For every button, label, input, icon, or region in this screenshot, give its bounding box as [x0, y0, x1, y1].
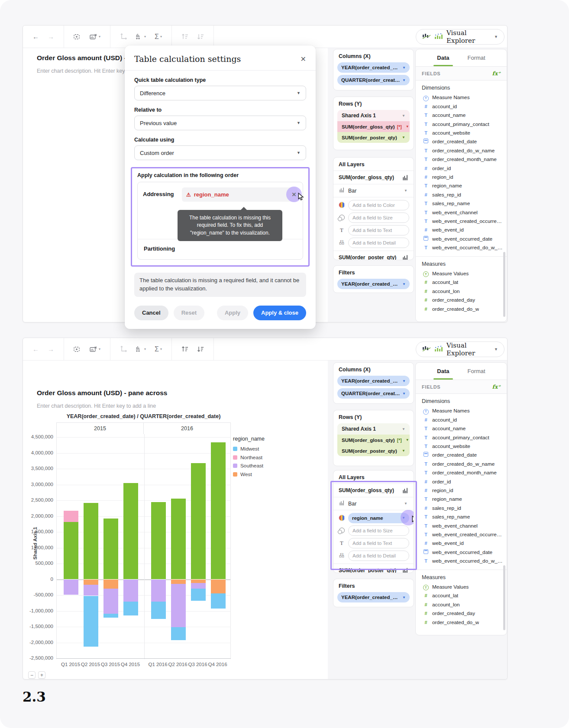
bar-segment[interactable]: [191, 589, 206, 601]
bar-segment[interactable]: [64, 580, 78, 595]
field-item[interactable]: #region_id: [416, 173, 507, 181]
field-item[interactable]: #order_id: [416, 164, 507, 173]
field-item[interactable]: Torder_created_do_w_name: [416, 460, 507, 468]
field-item[interactable]: Tweb_event_channel: [416, 208, 507, 217]
history-back-icon[interactable]: ←: [32, 33, 39, 40]
reset-button[interactable]: Reset: [174, 306, 204, 320]
bar-segment[interactable]: [191, 580, 206, 583]
bar-segment[interactable]: [123, 580, 138, 602]
field-item[interactable]: Torder_created_month_name: [416, 155, 507, 164]
bar-segment[interactable]: [64, 522, 78, 580]
visual-explorer-menu[interactable]: Visual Explorer ▼: [416, 29, 504, 45]
field-item[interactable]: TMeasure Names: [416, 93, 507, 102]
legend-item[interactable]: West: [233, 471, 289, 477]
field-item[interactable]: #sales_rep_id: [416, 504, 507, 512]
shelf-pill[interactable]: YEAR(order_created_date)▼: [337, 62, 410, 73]
bar-segment[interactable]: [123, 483, 138, 580]
field-item[interactable]: Torder_created_month_name: [416, 468, 507, 477]
bar-segment[interactable]: [84, 585, 98, 596]
field-item[interactable]: #account_lat: [416, 278, 507, 287]
field-item[interactable]: #order_created_day: [416, 609, 507, 618]
shelf-pill[interactable]: YEAR(order_created_date)▼: [337, 376, 410, 386]
addressing-field-chip[interactable]: ⚠ region_name ✕: [182, 187, 297, 202]
bar-segment[interactable]: [103, 580, 118, 589]
cancel-button[interactable]: Cancel: [134, 306, 168, 320]
zoom-out-button[interactable]: −: [28, 671, 36, 679]
field-item[interactable]: Tweb_event_occurred_do_w_na...: [416, 557, 507, 565]
axis-settings-icon[interactable]: ▾: [136, 33, 146, 40]
bar-segment[interactable]: [171, 627, 186, 641]
bar-segment[interactable]: [211, 593, 226, 609]
layer-poster-row[interactable]: SUM(order_poster_qty): [333, 251, 414, 260]
quick-type-select[interactable]: Difference▼: [134, 86, 306, 100]
field-item[interactable]: #order_created_day: [416, 296, 507, 304]
visual-explorer-menu[interactable]: Visual Explorer ▼: [416, 341, 504, 357]
bar-segment[interactable]: [211, 442, 226, 579]
encoding-drop-target[interactable]: Add a field to Size: [348, 213, 409, 223]
field-item[interactable]: TMeasure Names: [416, 406, 507, 416]
bar-segment[interactable]: [151, 602, 166, 619]
legend-item[interactable]: Midwest: [233, 446, 289, 452]
field-item[interactable]: Torder_created_do_w_name: [416, 146, 507, 155]
shared-axis-header[interactable]: Shared Axis 1▼: [337, 423, 410, 435]
layer-poster-row[interactable]: SUM(order_poster_qty): [333, 564, 414, 573]
bar-segment[interactable]: [103, 519, 118, 579]
field-item[interactable]: TMeasure Values: [416, 583, 507, 592]
bar-segment[interactable]: [84, 503, 98, 580]
field-item[interactable]: Tregion_name: [416, 181, 507, 190]
bar-segment[interactable]: [151, 502, 166, 580]
field-item[interactable]: Taccount_website: [416, 442, 507, 451]
bar-segment[interactable]: [84, 580, 98, 585]
relative-to-select[interactable]: Previous value▼: [134, 116, 306, 130]
field-item[interactable]: Tweb_event_channel: [416, 522, 507, 530]
field-item[interactable]: Tregion_name: [416, 495, 507, 503]
field-item[interactable]: #account_id: [416, 416, 507, 424]
bar-segment[interactable]: [84, 596, 98, 647]
field-item[interactable]: Tweb_event_occurred_do_w_na...: [416, 243, 507, 252]
shared-axis-header[interactable]: Shared Axis 1▼: [337, 110, 410, 121]
field-item[interactable]: Taccount_primary_contact: [416, 120, 507, 129]
field-item[interactable]: #web_event_id: [416, 225, 507, 234]
field-item[interactable]: Taccount_primary_contact: [416, 433, 507, 442]
bar-segment[interactable]: [103, 589, 118, 614]
field-item[interactable]: Taccount_name: [416, 111, 507, 119]
plot-area[interactable]: [56, 434, 231, 659]
field-item[interactable]: #account_lat: [416, 591, 507, 600]
field-item[interactable]: order_created_date: [416, 137, 507, 146]
scrollbar-thumb[interactable]: [503, 565, 505, 630]
field-item[interactable]: TMeasure Values: [416, 269, 507, 278]
legend-item[interactable]: Northeast: [233, 454, 289, 461]
layer-type-select[interactable]: Bar▼: [333, 497, 414, 510]
bar-segment[interactable]: [171, 580, 186, 584]
history-forward-icon[interactable]: →: [48, 33, 54, 40]
bar-segment[interactable]: [64, 511, 78, 522]
field-item[interactable]: Tsales_rep_name: [416, 512, 507, 521]
field-item[interactable]: #order_id: [416, 477, 507, 486]
field-item[interactable]: web_event_occurred_date: [416, 548, 507, 557]
filter-pill[interactable]: YEAR(order_created_date)▼: [337, 279, 410, 289]
field-item[interactable]: web_event_occurred_date: [416, 235, 507, 243]
add-formula-icon[interactable]: fx⁺: [492, 70, 501, 77]
field-item[interactable]: Taccount_website: [416, 129, 507, 137]
filter-pill[interactable]: YEAR(order_created_date)▼: [337, 592, 410, 602]
tab-data[interactable]: Data: [437, 363, 449, 380]
field-item[interactable]: Taccount_name: [416, 424, 507, 433]
field-item[interactable]: #order_created_do_w: [416, 305, 507, 313]
bar-segment[interactable]: [191, 583, 206, 589]
shelf-pill[interactable]: QUARTER(order_created_...▼: [337, 388, 410, 399]
layer-type-select[interactable]: Bar▼: [333, 184, 414, 197]
encoding-drop-target[interactable]: Add a field to Text: [348, 225, 409, 235]
field-item[interactable]: #account_lon: [416, 287, 507, 296]
bar-chart[interactable]: YEAR(order_created_date) / QUARTER(order…: [23, 338, 328, 679]
field-item[interactable]: Tweb_event_created_occurred...: [416, 217, 507, 225]
add-child-element-icon[interactable]: [74, 33, 81, 40]
field-item[interactable]: Tweb_event_created_occurred...: [416, 530, 507, 539]
sort-descending-icon[interactable]: [197, 33, 204, 40]
sort-ascending-icon[interactable]: [181, 33, 188, 40]
encoding-drop-target[interactable]: Add a field to Detail: [348, 551, 409, 561]
encoding-field-pill[interactable]: region_name▼: [348, 513, 409, 523]
tab-data[interactable]: Data: [437, 49, 449, 66]
bar-segment[interactable]: [171, 584, 186, 627]
zoom-in-button[interactable]: +: [38, 671, 45, 679]
measure-pill[interactable]: SUM(order_poster_qty)▼: [337, 132, 410, 143]
